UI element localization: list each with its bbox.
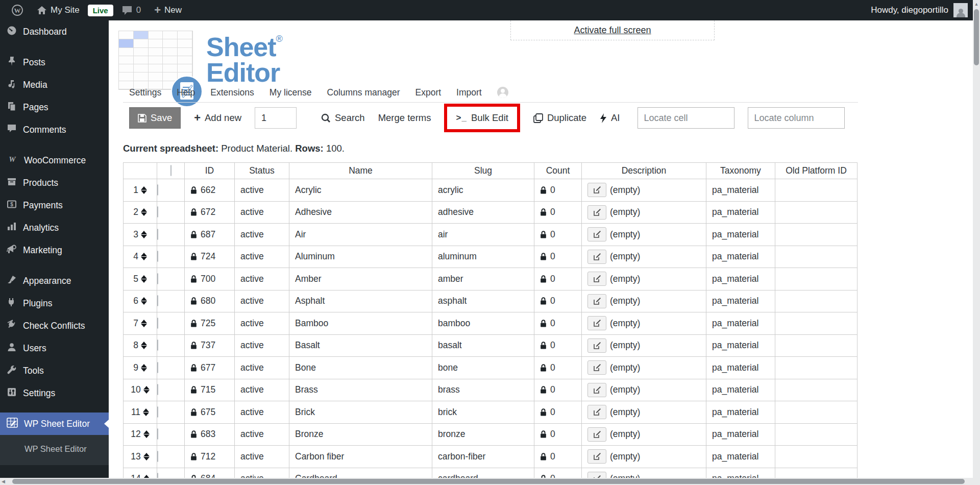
name-cell[interactable]: Cardboard (289, 468, 432, 478)
old-platform-id-cell[interactable] (775, 224, 857, 246)
name-cell[interactable]: Asphalt (289, 290, 432, 312)
sidebar-submenu-wp-sheet-editor[interactable]: WP Sheet Editor (0, 440, 109, 458)
drag-sort-icon[interactable] (141, 253, 147, 260)
edit-description-button[interactable] (587, 449, 606, 464)
status-cell[interactable]: active (235, 246, 289, 268)
edit-description-button[interactable] (587, 316, 606, 330)
old-platform-id-cell[interactable] (775, 401, 857, 424)
edit-description-button[interactable] (587, 405, 606, 419)
plugin-menu-settings[interactable]: Settings (129, 87, 161, 98)
status-cell[interactable]: active (235, 290, 289, 312)
name-cell[interactable]: Bamboo (289, 312, 432, 335)
slug-cell[interactable]: amber (432, 268, 534, 290)
name-cell[interactable]: Aluminum (289, 246, 432, 268)
row-number-cell[interactable]: 13 (124, 446, 157, 468)
vertical-scroll-thumb[interactable] (974, 9, 979, 65)
name-cell[interactable]: Adhesive (289, 201, 432, 224)
slug-cell[interactable]: bronze (432, 423, 534, 446)
horizontal-scrollbar[interactable]: ◀ (0, 478, 980, 485)
drag-sort-icon[interactable] (141, 186, 147, 194)
avatar[interactable] (953, 3, 968, 17)
sidebar-item-check-conflicts[interactable]: Check Conflicts (0, 314, 109, 337)
name-cell[interactable]: Bronze (289, 423, 432, 446)
slug-cell[interactable]: cardboard (432, 468, 534, 478)
my-site-link[interactable]: My Site (32, 0, 85, 20)
old-platform-id-cell[interactable] (775, 312, 857, 335)
edit-description-button[interactable] (587, 360, 606, 375)
row-checkbox[interactable] (157, 206, 158, 217)
sidebar-item-payments[interactable]: $Payments (0, 194, 109, 216)
sidebar-item-media[interactable]: Media (0, 74, 109, 96)
slug-cell[interactable]: aluminum (432, 246, 534, 268)
row-number-cell[interactable]: 3 (124, 224, 157, 246)
row-number-cell[interactable]: 4 (124, 246, 157, 268)
sidebar-item-plugins[interactable]: Plugins (0, 292, 109, 314)
plugin-menu-my-license[interactable]: My license (270, 87, 312, 98)
sidebar-item-dashboard[interactable]: Dashboard (0, 20, 109, 43)
row-number-cell[interactable]: 11 (124, 401, 157, 424)
bulk-edit-button[interactable]: >_ Bulk Edit (456, 112, 508, 124)
row-number-cell[interactable]: 9 (124, 357, 157, 379)
row-checkbox[interactable] (157, 406, 158, 418)
slug-cell[interactable]: air (432, 224, 534, 246)
edit-description-button[interactable] (587, 227, 606, 241)
status-cell[interactable]: active (235, 446, 289, 468)
edit-description-button[interactable] (587, 294, 606, 308)
duplicate-button[interactable]: Duplicate (533, 112, 586, 124)
old-platform-id-cell[interactable] (775, 201, 857, 224)
slug-cell[interactable]: asphalt (432, 290, 534, 312)
edit-description-button[interactable] (587, 427, 606, 442)
drag-sort-icon[interactable] (141, 342, 147, 349)
edit-description-button[interactable] (587, 250, 606, 264)
row-number-cell[interactable]: 14 (124, 468, 157, 478)
sidebar-item-pages[interactable]: Pages (0, 96, 109, 118)
sidebar-item-products[interactable]: Products (0, 172, 109, 194)
sidebar-item-settings[interactable]: Settings (0, 382, 109, 404)
old-platform-id-cell[interactable] (775, 357, 857, 379)
slug-cell[interactable]: basalt (432, 334, 534, 357)
edit-description-button[interactable] (587, 472, 606, 478)
sidebar-item-wp-sheet-editor[interactable]: WP Sheet Editor (0, 413, 109, 435)
row-checkbox[interactable] (157, 340, 158, 351)
row-number-cell[interactable]: 1 (124, 179, 157, 202)
row-checkbox[interactable] (157, 384, 158, 395)
name-cell[interactable]: Amber (289, 268, 432, 290)
old-platform-id-cell[interactable] (775, 468, 857, 478)
slug-cell[interactable]: bamboo (432, 312, 534, 335)
save-button[interactable]: Save (129, 107, 181, 129)
slug-cell[interactable]: bone (432, 357, 534, 379)
status-cell[interactable]: active (235, 268, 289, 290)
status-cell[interactable]: active (235, 201, 289, 224)
drag-sort-icon[interactable] (141, 364, 147, 372)
status-cell[interactable]: active (235, 379, 289, 401)
drag-sort-icon[interactable] (143, 386, 150, 394)
plugin-menu-columns-manager[interactable]: Columns manager (327, 87, 400, 98)
name-cell[interactable]: Acrylic (289, 179, 432, 202)
row-checkbox[interactable] (157, 295, 158, 306)
ai-button[interactable]: AI (600, 112, 620, 124)
status-cell[interactable]: active (235, 357, 289, 379)
locate-cell-input[interactable] (638, 107, 734, 129)
row-number-cell[interactable]: 10 (124, 379, 157, 401)
name-cell[interactable]: Basalt (289, 334, 432, 357)
sidebar-item-users[interactable]: Users (0, 337, 109, 359)
name-cell[interactable]: Air (289, 224, 432, 246)
row-checkbox[interactable] (157, 451, 158, 462)
search-button[interactable]: Search (321, 112, 365, 124)
status-cell[interactable]: active (235, 401, 289, 424)
edit-description-button[interactable] (587, 272, 606, 286)
row-checkbox[interactable] (157, 273, 158, 284)
slug-cell[interactable]: brick (432, 401, 534, 424)
new-button[interactable]: + New (149, 0, 187, 20)
drag-sort-icon[interactable] (141, 208, 147, 216)
row-number-cell[interactable]: 2 (124, 201, 157, 224)
sidebar-item-woocommerce[interactable]: WWooCommerce (0, 149, 109, 172)
plugin-menu-import[interactable]: Import (456, 87, 482, 98)
row-number-cell[interactable]: 6 (124, 290, 157, 312)
add-new-count-input[interactable] (255, 107, 297, 129)
old-platform-id-cell[interactable] (775, 268, 857, 290)
name-cell[interactable]: Bone (289, 357, 432, 379)
name-cell[interactable]: Carbon fiber (289, 446, 432, 468)
slug-cell[interactable]: acrylic (432, 179, 534, 202)
drag-sort-icon[interactable] (143, 408, 149, 416)
